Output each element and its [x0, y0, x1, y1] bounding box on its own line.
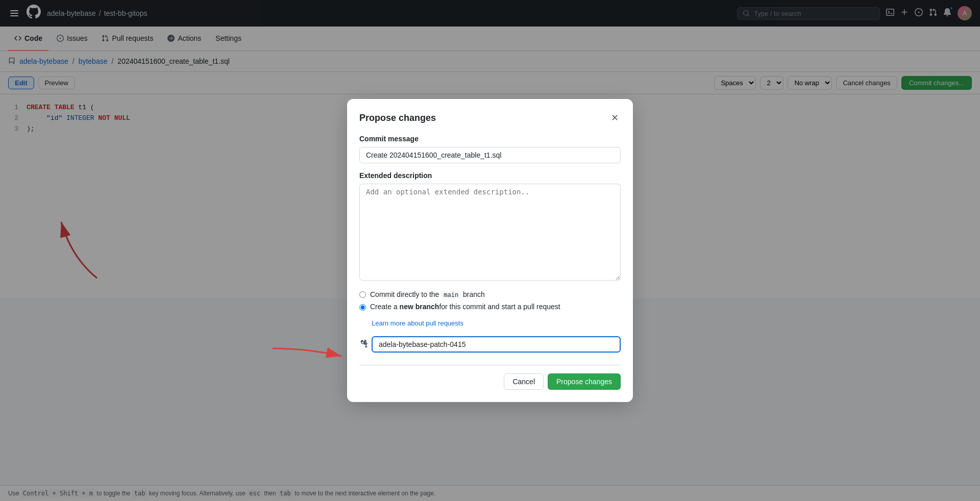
- commit-message-group: Commit message: [359, 135, 621, 163]
- extended-desc-label: Extended description: [359, 171, 621, 180]
- commit-message-input[interactable]: [359, 147, 621, 163]
- modal-header: Propose changes ✕: [359, 111, 621, 124]
- direct-commit-text-pre: Commit directly to the: [370, 290, 439, 298]
- extended-desc-textarea[interactable]: [359, 184, 621, 281]
- direct-commit-label: Commit directly to the main branch: [370, 290, 485, 298]
- radio-option-direct: Commit directly to the main branch: [359, 290, 621, 298]
- commit-message-label: Commit message: [359, 135, 621, 143]
- commit-option-group: Commit directly to the main branch Creat…: [359, 290, 621, 298]
- extended-desc-group: Extended description: [359, 171, 621, 282]
- modal-close-button[interactable]: ✕: [609, 111, 621, 124]
- direct-commit-text-post: branch: [463, 290, 485, 298]
- modal-overlay: Propose changes ✕ Commit message Extende…: [0, 0, 980, 298]
- modal-title: Propose changes: [359, 113, 436, 123]
- direct-commit-radio[interactable]: [359, 291, 366, 298]
- propose-changes-modal: Propose changes ✕ Commit message Extende…: [347, 99, 633, 298]
